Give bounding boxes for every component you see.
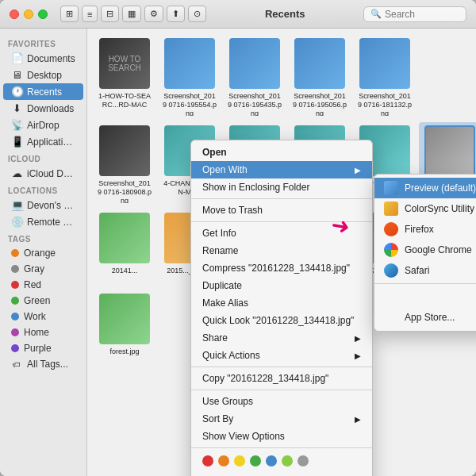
sidebar-tag-work[interactable]: Work: [3, 309, 83, 324]
sidebar-item-downloads[interactable]: ⬇ Downloads: [3, 100, 83, 117]
sidebar-tag-purple[interactable]: Purple: [3, 340, 83, 356]
red-tag-dot: [11, 281, 19, 289]
submenu-item-safari[interactable]: Safari: [374, 260, 476, 281]
sidebar-item-desktop[interactable]: 🖥 Desktop: [3, 67, 83, 83]
submenu-item-other[interactable]: App Store...: [374, 307, 476, 328]
safari-icon: [384, 263, 398, 278]
ctx-share[interactable]: Share ▶: [191, 329, 372, 347]
ctx-divider3: [191, 367, 372, 367]
submenu-item-chrome[interactable]: Google Chrome: [374, 240, 476, 260]
file-thumbnail: [424, 125, 475, 176]
share-toolbar-button[interactable]: ⬆: [167, 6, 185, 22]
share-submenu-arrow: ▶: [355, 334, 361, 343]
ctx-copy[interactable]: Copy "20161228_134418.jpg": [191, 370, 372, 387]
ctx-tag-gray2[interactable]: [298, 455, 309, 466]
sidebar-item-icloud-drive[interactable]: ☁ iCloud Drive: [3, 165, 83, 182]
maximize-button[interactable]: [38, 10, 48, 19]
ctx-copy-label: Copy "20161228_134418.jpg": [202, 373, 361, 384]
all-tags-icon: 🏷: [11, 360, 22, 369]
sort-button[interactable]: ⚙: [144, 6, 163, 22]
submenu-other-label: App Store...: [405, 312, 455, 323]
minimize-button[interactable]: [24, 10, 33, 19]
sidebar-tag-red[interactable]: Red: [3, 277, 83, 293]
action-button[interactable]: ⊙: [188, 6, 206, 22]
file-name: forest.jpg: [109, 347, 139, 356]
ctx-make-alias[interactable]: Make Alias: [191, 294, 372, 312]
ctx-open[interactable]: Open: [191, 144, 372, 161]
ctx-quick-look[interactable]: Quick Look "20161228_134418.jpg": [191, 312, 372, 329]
sidebar: Favorites 📄 Documents 🖥 Desktop 🕐 Recent…: [0, 29, 87, 476]
sidebar-item-airdrop[interactable]: 📡 AirDrop: [3, 117, 83, 133]
ctx-open-with[interactable]: Open With ▶ Preview (default) ColorSync …: [191, 161, 372, 178]
sidebar-tag-green[interactable]: Green: [3, 293, 83, 309]
submenu-item-app-store[interactable]: [374, 286, 476, 307]
sidebar-item-remote-disc[interactable]: 💿 Remote Disc: [3, 213, 83, 230]
disc-icon: 💿: [11, 216, 22, 228]
file-item[interactable]: HOW TO SEARCH 1-HOW-TO-SEARC...RD-MAC: [94, 35, 155, 119]
sidebar-item-devons-ma[interactable]: 💻 Devon's Ma...: [3, 197, 83, 213]
ctx-divider5: [191, 447, 372, 448]
sidebar-tag-gray[interactable]: Gray: [3, 261, 83, 277]
ctx-quick-actions[interactable]: Quick Actions ▶: [191, 347, 372, 364]
file-item[interactable]: Screenshot_2019 0716-195554.png: [159, 35, 221, 119]
list-view-button[interactable]: ≡: [82, 6, 98, 22]
submenu-item-preview[interactable]: Preview (default): [374, 178, 476, 198]
purple-tag-dot: [11, 344, 19, 352]
file-item[interactable]: forest.jpg: [94, 290, 155, 359]
sidebar-item-recents[interactable]: 🕐 Recents: [3, 83, 83, 100]
file-thumbnail: HOW TO SEARCH: [99, 38, 150, 89]
file-item[interactable]: Screenshot_2019 0716-181132.png: [354, 35, 416, 119]
ctx-tag-yellow[interactable]: [234, 455, 245, 466]
file-item[interactable]: Screenshot_2019 0716-195435.png: [224, 35, 286, 119]
ctx-duplicate[interactable]: Duplicate: [191, 277, 372, 294]
file-thumbnail: [99, 125, 150, 176]
close-button[interactable]: [10, 10, 19, 19]
column-view-button[interactable]: ⊟: [101, 6, 119, 22]
file-item[interactable]: Screenshot_2019 0716-195056.png: [289, 35, 351, 119]
ctx-tags[interactable]: Tags...: [191, 471, 372, 476]
sidebar-item-documents[interactable]: 📄 Documents: [3, 50, 83, 67]
ctx-divider1: [191, 198, 372, 199]
ctx-rename[interactable]: Rename: [191, 242, 372, 259]
sidebar-tag-home[interactable]: Home: [3, 324, 83, 340]
search-input[interactable]: [385, 9, 459, 20]
ctx-tag-orange[interactable]: [218, 455, 229, 466]
file-item[interactable]: 20141...: [94, 209, 155, 287]
ctx-show-view-options[interactable]: Show View Options: [191, 428, 372, 445]
sidebar-item-applications[interactable]: 📱 Applications: [3, 133, 83, 150]
gallery-view-button[interactable]: ▦: [122, 6, 141, 22]
sort-by-submenu-arrow: ▶: [355, 415, 361, 424]
ctx-show-enclosing[interactable]: Show in Enclosing Folder: [191, 178, 372, 196]
firefox-icon: [384, 222, 398, 236]
ctx-compress[interactable]: Compress "20161228_134418.jpg": [191, 259, 372, 277]
file-item[interactable]: Screenshot_2019 0716-180908.png: [94, 122, 155, 206]
laptop-icon: 💻: [11, 199, 22, 211]
file-thumbnail: [359, 38, 410, 89]
search-bar[interactable]: 🔍: [363, 6, 466, 22]
ctx-tag-light-green[interactable]: [282, 455, 293, 466]
ctx-sort-by[interactable]: Sort By ▶: [191, 410, 372, 428]
ctx-divider4: [191, 390, 372, 390]
sidebar-tag-orange[interactable]: Orange: [3, 245, 83, 261]
orange-tag-dot: [11, 249, 19, 257]
tag-work-label: Work: [24, 311, 46, 322]
file-thumbnail: [99, 294, 150, 344]
sidebar-all-tags[interactable]: 🏷 All Tags...: [3, 356, 83, 372]
app-store-icon: [384, 290, 398, 304]
downloads-icon: ⬇: [11, 102, 22, 114]
submenu-item-colorsync[interactable]: ColorSync Utility: [374, 198, 476, 219]
ctx-tag-green[interactable]: [250, 455, 261, 466]
ctx-quick-actions-label: Quick Actions: [202, 350, 355, 361]
ctx-show-view-options-label: Show View Options: [202, 431, 361, 442]
sidebar-item-recents-label: Recents: [27, 86, 62, 98]
icon-view-button[interactable]: ⊞: [60, 6, 79, 22]
file-thumbnail: [294, 38, 345, 89]
ctx-tag-red[interactable]: [202, 455, 213, 466]
submenu-arrow-icon: ▶: [355, 166, 361, 175]
tag-red-label: Red: [24, 279, 41, 290]
favorites-label: Favorites: [0, 35, 86, 50]
ctx-tag-blue[interactable]: [266, 455, 277, 466]
ctx-use-groups[interactable]: Use Groups: [191, 393, 372, 410]
ctx-use-groups-label: Use Groups: [202, 396, 361, 407]
submenu-item-firefox[interactable]: Firefox: [374, 219, 476, 240]
